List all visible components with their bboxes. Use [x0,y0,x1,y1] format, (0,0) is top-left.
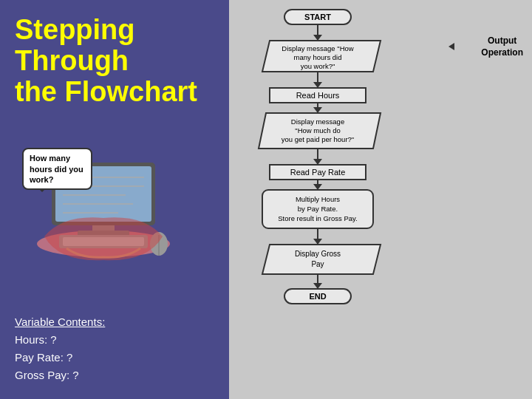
variable-contents: Variable Contents: Hours: ? Pay Rate: ? … [15,313,105,384]
svg-text:Multiply Hours: Multiply Hours [296,195,340,203]
title-line1: Stepping Through [15,14,135,76]
svg-text:START: START [304,13,331,21]
gross-pay-value: Gross Pay: ? [15,366,105,384]
svg-text:Display message: Display message [291,117,344,126]
left-panel: Stepping Through the Flowchart How many … [0,0,229,399]
variable-contents-label: Variable Contents: [15,316,105,328]
svg-marker-22 [313,82,322,88]
svg-text:Display Gross: Display Gross [295,250,341,258]
speech-bubble-text: How many hours did you work? [30,154,83,184]
svg-marker-23 [313,107,322,113]
svg-text:by Pay Rate.: by Pay Rate. [298,205,338,213]
output-operation-label: OutputOperation [481,35,523,58]
speech-bubble: How many hours did you work? [22,148,92,190]
svg-marker-21 [313,35,322,41]
slide-title: Stepping Through the Flowchart [15,15,214,107]
svg-text:Read Pay Rate: Read Pay Rate [290,168,346,177]
svg-text:you get paid per hour?": you get paid per hour?" [282,135,354,143]
right-panel: OutputOperation START Display message [229,0,532,399]
svg-marker-46 [262,245,381,274]
computer-area: How many hours did you work? [22,148,214,265]
svg-text:you work?": you work?" [301,62,335,70]
svg-text:"How much do: "How much do [295,126,340,134]
svg-text:Read Hours: Read Hours [296,91,340,100]
svg-marker-27 [313,283,322,289]
svg-marker-25 [313,184,322,190]
variable-label: Variable Contents: [15,313,105,331]
svg-text:Store result in Gross Pay.: Store result in Gross Pay. [278,214,358,222]
hours-value: Hours: ? [15,331,105,349]
svg-marker-26 [313,239,322,245]
svg-text:END: END [309,292,326,301]
svg-marker-24 [313,159,322,165]
svg-text:many hours did: many hours did [294,53,342,61]
svg-text:Display message "How: Display message "How [282,44,353,52]
pay-rate-value: Pay Rate: ? [15,349,105,366]
flowchart-svg: START Display message "How many hours di… [244,4,451,381]
title-line2: the Flowchart [15,76,197,107]
svg-text:Pay: Pay [311,260,324,268]
